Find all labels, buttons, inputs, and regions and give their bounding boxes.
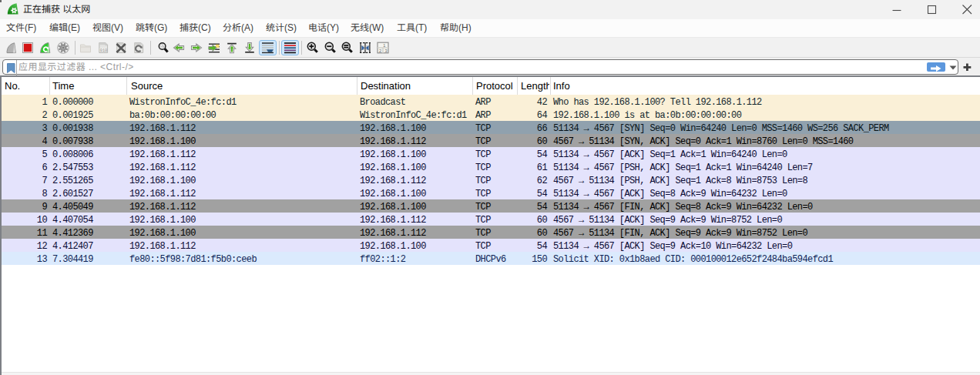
svg-text:2: 2 bbox=[379, 49, 381, 53]
svg-text:3: 3 bbox=[384, 49, 387, 53]
svg-text:1: 1 bbox=[383, 43, 385, 48]
svg-text:010: 010 bbox=[100, 49, 107, 53]
